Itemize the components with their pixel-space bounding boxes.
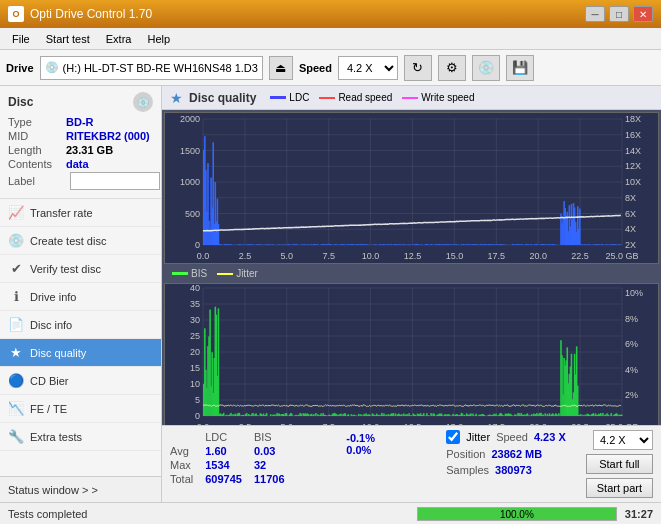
legend-write: Write speed bbox=[402, 92, 474, 103]
eject-button[interactable]: ⏏ bbox=[269, 56, 293, 80]
menu-file[interactable]: File bbox=[4, 31, 38, 47]
bis-label: BIS bbox=[191, 268, 207, 279]
chart-top bbox=[164, 112, 659, 264]
ldc-chart bbox=[165, 113, 658, 263]
disc-section-icon: 💿 bbox=[133, 92, 153, 112]
read-color bbox=[319, 97, 335, 99]
cd-bier-icon: 🔵 bbox=[8, 373, 24, 388]
mid-label: MID bbox=[8, 130, 66, 142]
max-label: Max bbox=[170, 458, 205, 472]
sidebar-item-create-test-disc[interactable]: 💿 Create test disc bbox=[0, 227, 161, 255]
drive-info-label: Drive info bbox=[30, 291, 76, 303]
jitter-color bbox=[217, 273, 233, 275]
close-button[interactable]: ✕ bbox=[633, 6, 653, 22]
speed-stat-value: 4.23 X bbox=[534, 431, 566, 443]
content-area: ★ Disc quality LDC Read speed Write spee… bbox=[162, 86, 661, 502]
verify-test-disc-label: Verify test disc bbox=[30, 263, 101, 275]
save-button[interactable]: 💾 bbox=[506, 55, 534, 81]
sidebar-item-transfer-rate[interactable]: 📈 Transfer rate bbox=[0, 199, 161, 227]
samples-label: Samples bbox=[446, 464, 489, 476]
status-text: Tests completed bbox=[8, 508, 409, 520]
position-row: Position 23862 MB bbox=[446, 448, 565, 460]
sidebar-item-verify-test-disc[interactable]: ✔ Verify test disc bbox=[0, 255, 161, 283]
jitter-checkbox-row: Jitter Speed 4.23 X bbox=[446, 430, 565, 444]
disc-label-row: Label ✏ bbox=[8, 172, 153, 190]
drive-selector[interactable]: 💿 (H:) HL-DT-ST BD-RE WH16NS48 1.D3 bbox=[40, 56, 263, 80]
sidebar-item-cd-bier[interactable]: 🔵 CD Bier bbox=[0, 367, 161, 395]
legend-bis: BIS bbox=[172, 268, 207, 279]
disc-quality-label: Disc quality bbox=[30, 347, 86, 359]
length-label: Length bbox=[8, 144, 66, 156]
disc-button[interactable]: 💿 bbox=[472, 55, 500, 81]
speed-dropdown[interactable]: 4.2 X 2.0 X Max bbox=[593, 430, 653, 450]
bottom-bar: Tests completed 100.0% 31:27 bbox=[0, 502, 661, 524]
jitter-label: Jitter bbox=[236, 268, 258, 279]
avg-ldc: 1.60 bbox=[205, 444, 254, 458]
menu-start-test[interactable]: Start test bbox=[38, 31, 98, 47]
bis-color bbox=[172, 272, 188, 275]
bis-chart bbox=[165, 284, 658, 425]
minimize-button[interactable]: ─ bbox=[585, 6, 605, 22]
start-full-button[interactable]: Start full bbox=[586, 454, 653, 474]
type-label: Type bbox=[8, 116, 66, 128]
jitter-speed-panel: Jitter Speed 4.23 X Position 23862 MB Sa… bbox=[446, 430, 565, 476]
ldc-color bbox=[270, 96, 286, 99]
max-bis: 32 bbox=[254, 458, 297, 472]
sidebar-item-disc-info[interactable]: 📄 Disc info bbox=[0, 311, 161, 339]
toolbar: Drive 💿 (H:) HL-DT-ST BD-RE WH16NS48 1.D… bbox=[0, 50, 661, 86]
menu-extra[interactable]: Extra bbox=[98, 31, 140, 47]
position-label: Position bbox=[446, 448, 485, 460]
position-value: 23862 MB bbox=[491, 448, 542, 460]
sidebar-nav: 📈 Transfer rate 💿 Create test disc ✔ Ver… bbox=[0, 199, 161, 476]
chart-bottom bbox=[164, 283, 659, 425]
sidebar-item-disc-quality[interactable]: ★ Disc quality bbox=[0, 339, 161, 367]
drive-name: (H:) HL-DT-ST BD-RE WH16NS48 1.D3 bbox=[63, 62, 258, 74]
disc-length-row: Length 23.31 GB bbox=[8, 144, 153, 156]
fe-te-label: FE / TE bbox=[30, 403, 67, 415]
chart2-legend: BIS Jitter bbox=[172, 268, 258, 279]
col-header-bis: BIS bbox=[254, 430, 297, 444]
jitter-checkbox[interactable] bbox=[446, 430, 460, 444]
col-header-ldc: LDC bbox=[205, 430, 254, 444]
create-test-disc-icon: 💿 bbox=[8, 233, 24, 248]
label-input[interactable] bbox=[70, 172, 160, 190]
disc-info-icon: 📄 bbox=[8, 317, 24, 332]
ldc-label: LDC bbox=[289, 92, 309, 103]
menubar: File Start test Extra Help bbox=[0, 28, 661, 50]
disc-section-title: Disc bbox=[8, 95, 33, 109]
disc-mid-row: MID RITEKBR2 (000) bbox=[8, 130, 153, 142]
menu-help[interactable]: Help bbox=[139, 31, 178, 47]
drive-icon: 💿 bbox=[45, 61, 59, 74]
chart2-header: BIS Jitter bbox=[164, 266, 659, 281]
avg-jitter: -0.1% bbox=[346, 432, 426, 444]
stats-area: LDC BIS Avg 1.60 0.03 Max 1534 bbox=[162, 425, 661, 502]
col-header-blank bbox=[170, 430, 205, 444]
sidebar-item-fe-te[interactable]: 📉 FE / TE bbox=[0, 395, 161, 423]
titlebar: O Opti Drive Control 1.70 ─ □ ✕ bbox=[0, 0, 661, 28]
status-window-button[interactable]: Status window > > bbox=[0, 476, 161, 502]
refresh-button[interactable]: ↻ bbox=[404, 55, 432, 81]
disc-quality-icon: ★ bbox=[8, 345, 24, 360]
total-ldc: 609745 bbox=[205, 472, 254, 486]
settings-button[interactable]: ⚙ bbox=[438, 55, 466, 81]
avg-label: Avg bbox=[170, 444, 205, 458]
window-controls: ─ □ ✕ bbox=[585, 6, 653, 22]
start-part-button[interactable]: Start part bbox=[586, 478, 653, 498]
speed-select[interactable]: 4.2 X 2.0 X 1.0 X Max bbox=[338, 56, 398, 80]
jitter-stats: -0.1% 0.0% bbox=[346, 430, 426, 456]
max-ldc: 1534 bbox=[205, 458, 254, 472]
max-jitter: 0.0% bbox=[346, 444, 426, 456]
progress-text: 100.0% bbox=[418, 508, 616, 522]
disc-type-row: Type BD-R bbox=[8, 116, 153, 128]
maximize-button[interactable]: □ bbox=[609, 6, 629, 22]
sidebar-item-extra-tests[interactable]: 🔧 Extra tests bbox=[0, 423, 161, 451]
legend-ldc: LDC bbox=[270, 92, 309, 103]
label-label: Label bbox=[8, 175, 66, 187]
sidebar-item-drive-info[interactable]: ℹ Drive info bbox=[0, 283, 161, 311]
disc-quality-header-icon: ★ bbox=[170, 90, 183, 106]
total-row: Total 609745 11706 bbox=[170, 472, 297, 486]
time-display: 31:27 bbox=[625, 508, 653, 520]
length-value: 23.31 GB bbox=[66, 144, 113, 156]
samples-value: 380973 bbox=[495, 464, 532, 476]
app-title: Opti Drive Control 1.70 bbox=[30, 7, 152, 21]
